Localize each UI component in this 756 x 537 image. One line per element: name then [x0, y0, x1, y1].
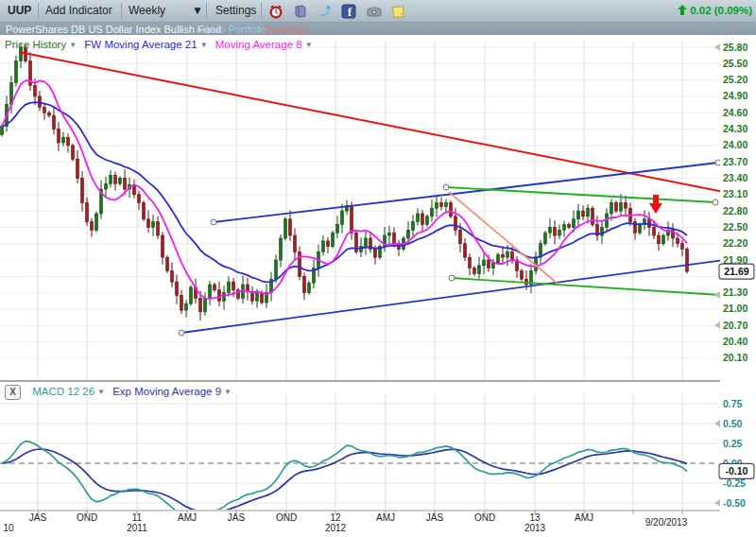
- candle-body: [180, 296, 183, 311]
- chevron-down-icon[interactable]: ▼: [66, 41, 81, 49]
- fund-name: PowerShares DB US Dollar Index Bullish F…: [6, 24, 221, 35]
- chevron-down-icon[interactable]: ▼: [302, 41, 318, 49]
- candle-body: [554, 227, 557, 235]
- x-axis-year-label: 2012: [325, 523, 347, 533]
- trendline-handle[interactable]: [179, 330, 184, 336]
- candle-body: [185, 303, 188, 310]
- price-tick-label: 20.70: [723, 320, 747, 331]
- alarm-icon[interactable]: [268, 4, 284, 19]
- trendline-handle[interactable]: [211, 219, 216, 225]
- macd-dropdown[interactable]: MACD 12 26: [32, 386, 94, 397]
- candle-body: [450, 202, 453, 216]
- candle-body: [592, 208, 594, 224]
- price-tick-label: 24.60: [723, 107, 747, 118]
- candle-body: [223, 293, 226, 302]
- macd-tick-label: 0.25: [723, 438, 743, 449]
- trendline-handle[interactable]: [443, 184, 449, 190]
- candle-body: [521, 271, 524, 280]
- twitter-icon[interactable]: [318, 4, 333, 19]
- candle-body: [511, 251, 514, 260]
- book-icon[interactable]: [293, 4, 308, 19]
- symbol-label[interactable]: UUP: [8, 4, 31, 17]
- x-axis-quarter-label: AMJ: [376, 512, 395, 523]
- candle-body: [502, 254, 505, 257]
- price-tick-label: 21.00: [723, 303, 747, 314]
- x-axis-quarter-label: OND: [276, 512, 297, 523]
- settings-button[interactable]: Settings: [215, 4, 256, 17]
- ma8-dropdown[interactable]: Moving Average 8: [215, 39, 302, 50]
- candle-body: [336, 225, 339, 234]
- add-indicator-button[interactable]: Add Indicator: [45, 4, 112, 17]
- candle-body: [91, 222, 94, 231]
- candle-body: [1, 127, 4, 135]
- candle-body: [686, 249, 689, 271]
- x-axis-quarter-label: 11: [132, 512, 143, 523]
- macd-legend: X MACD 12 26▼ Exp Moving Average 9▼: [5, 385, 236, 400]
- candle-body: [275, 260, 278, 279]
- candle-body: [620, 202, 623, 211]
- trendline-handle[interactable]: [713, 199, 718, 205]
- up-arrow-icon: [678, 5, 687, 15]
- candle-body: [214, 285, 216, 290]
- facebook-icon[interactable]: f: [341, 4, 356, 19]
- chevron-down-icon[interactable]: ▼: [221, 388, 236, 396]
- toolbar: UUP Add Indicator Weekly ▼ Settings f: [0, 0, 756, 23]
- camera-icon[interactable]: [367, 4, 382, 19]
- trendline-handle[interactable]: [449, 275, 455, 281]
- candle-body: [582, 211, 585, 217]
- candle-body: [228, 282, 231, 293]
- exp-ma9-dropdown[interactable]: Exp Moving Average 9: [112, 386, 221, 397]
- candle-body: [138, 195, 141, 203]
- candle-body: [171, 271, 174, 283]
- toolbar-separator: [261, 3, 262, 18]
- candle-body: [81, 178, 84, 202]
- candle-body: [332, 233, 335, 246]
- candle-body: [393, 233, 396, 244]
- candle-body: [58, 130, 60, 143]
- x-axis-date-label: 9/20/2013: [645, 517, 688, 528]
- candle-body: [388, 233, 391, 235]
- add-to-portfolio-button[interactable]: Add to Portfolio: [196, 24, 266, 35]
- candle-body: [478, 266, 481, 274]
- candle-body: [587, 208, 590, 217]
- price-tick-label: 22.80: [723, 205, 747, 217]
- x-axis-quarter-label: JAS: [426, 512, 444, 523]
- close-indicator-button[interactable]: X: [5, 385, 21, 400]
- candle-body: [412, 222, 415, 231]
- macd-tick-label: -0.50: [723, 497, 746, 509]
- candle-body: [421, 214, 424, 225]
- chevron-down-icon[interactable]: ▼: [198, 41, 213, 49]
- candle-body: [147, 219, 150, 228]
- candle-body: [110, 176, 112, 184]
- drawings-button[interactable]: Drawings: [265, 24, 308, 35]
- candle-body: [469, 257, 472, 268]
- ma21-dropdown[interactable]: FW Moving Average 21: [84, 39, 197, 50]
- candle-body: [431, 208, 434, 217]
- x-axis-quarter-label: OND: [474, 512, 495, 523]
- price-tick-label: 24.30: [723, 123, 747, 134]
- candle-body: [162, 235, 164, 257]
- chevron-down-icon[interactable]: ▼: [94, 388, 110, 396]
- timeframe-select[interactable]: Weekly: [129, 4, 165, 17]
- candle-body: [455, 217, 457, 230]
- chart-canvas[interactable]: 25.8025.5025.2024.9024.6024.3024.0023.70…: [0, 35, 756, 537]
- candle-body: [497, 254, 500, 263]
- price-tick-label: 24.00: [723, 139, 747, 150]
- candle-body: [124, 178, 127, 189]
- candle-body: [209, 285, 212, 298]
- candle-body: [639, 225, 642, 234]
- chart-background: [0, 35, 756, 537]
- candle-body: [577, 211, 580, 219]
- candle-body: [426, 217, 429, 225]
- candle-body: [15, 61, 18, 82]
- chevron-down-icon[interactable]: ▼: [192, 4, 203, 17]
- price-tick-label: 22.20: [723, 237, 747, 249]
- x-axis-quarter-label: AMJ: [178, 512, 197, 523]
- price-tick-label: 21.30: [723, 286, 747, 298]
- note-icon[interactable]: [391, 4, 406, 19]
- x-axis-quarter-label: JAS: [228, 512, 246, 523]
- price-history-dropdown[interactable]: Price History: [5, 39, 66, 50]
- macd-tick-label: 0.75: [723, 398, 743, 409]
- candle-body: [53, 115, 56, 129]
- down-arrow-marker[interactable]: [653, 195, 659, 204]
